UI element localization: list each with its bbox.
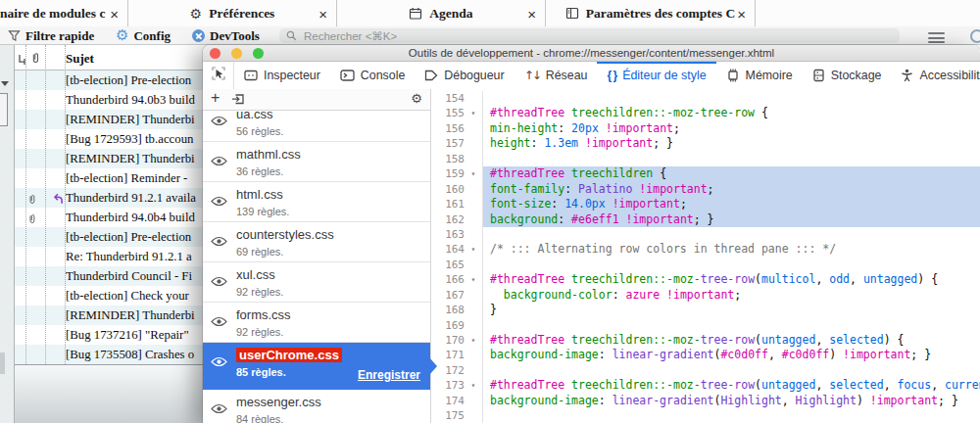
message-row[interactable]: [Bug 1735508] Crashes o [15, 345, 203, 364]
fold-arrow-icon[interactable] [465, 91, 483, 106]
fold-arrow-icon[interactable] [465, 227, 483, 242]
quick-filter-button[interactable]: Filtre rapide [8, 26, 94, 45]
line-number[interactable]: 175 [431, 408, 465, 423]
search-input[interactable] [302, 29, 893, 43]
line-number[interactable]: 162 [431, 212, 465, 227]
stylesheet-item[interactable]: counterstyles.css 69 règles. [203, 222, 430, 262]
fold-arrow-icon[interactable]: ▾ [465, 106, 483, 120]
fold-arrow-icon[interactable] [465, 408, 483, 423]
visibility-eye-icon[interactable] [211, 193, 227, 211]
line-number[interactable]: 163 [431, 227, 465, 242]
fold-arrow-icon[interactable] [465, 212, 483, 227]
line-number[interactable]: 166 [431, 272, 465, 287]
close-window-button[interactable] [210, 48, 220, 59]
stylesheet-item[interactable]: userChrome.css 85 règles. Enregistrer [203, 343, 430, 390]
fold-arrow-icon[interactable] [465, 152, 483, 166]
stylesheet-item[interactable]: forms.css 92 règles. [203, 303, 430, 343]
devtools-tab-accessibilit-[interactable]: Accessibilité [891, 62, 980, 89]
devtools-titlebar[interactable]: Outils de développement - chrome://messe… [203, 45, 980, 62]
visibility-eye-icon[interactable] [211, 400, 227, 418]
line-number[interactable]: 156 [431, 121, 465, 136]
devtools-tab-console[interactable]: Console [330, 62, 415, 89]
fold-arrow-icon[interactable] [465, 258, 483, 272]
message-row[interactable]: [Bug 1737216] "Repair" [15, 325, 203, 345]
options-gear-icon[interactable]: ⚙ [411, 91, 422, 106]
minimize-window-button[interactable] [231, 48, 242, 59]
message-row[interactable]: Thunderbird Council - Fi [15, 266, 203, 286]
devtools-tab--diteur-de-style[interactable]: { } Éditeur de style [597, 62, 715, 89]
fold-arrow-icon[interactable] [465, 303, 483, 317]
fold-arrow-icon[interactable]: ▾ [465, 166, 483, 181]
line-number[interactable]: 174 [431, 394, 465, 408]
subject-column-header[interactable]: Sujet [66, 51, 94, 67]
close-icon[interactable]: × [737, 6, 746, 21]
fold-arrow-icon[interactable] [465, 182, 483, 197]
fold-arrow-icon[interactable] [465, 197, 483, 212]
message-row[interactable]: Thunderbird 94.0b3 build [15, 90, 203, 110]
line-number[interactable]: 160 [431, 182, 465, 197]
window-tab[interactable]: Paramètres des comptes C × [546, 0, 756, 26]
line-number[interactable]: 168 [431, 303, 465, 317]
sync-icon[interactable] [970, 29, 980, 43]
fold-arrow-icon[interactable] [465, 136, 483, 151]
window-tab[interactable]: ⚙ Préférences × [128, 0, 337, 26]
line-number[interactable]: 169 [431, 318, 465, 333]
window-tab[interactable]: Agenda × [337, 0, 546, 26]
menu-icon[interactable] [928, 32, 945, 46]
line-number[interactable]: 164 [431, 242, 465, 257]
fold-arrow-icon[interactable]: ▾ [465, 242, 483, 257]
visibility-eye-icon[interactable] [211, 233, 227, 251]
visibility-eye-icon[interactable] [211, 113, 227, 130]
line-number[interactable]: 155 [431, 106, 465, 120]
pick-element-button[interactable] [203, 62, 234, 89]
devtools-tab-r-seau[interactable]: ↑↓ Réseau [514, 62, 598, 89]
stylesheet-item[interactable]: mathml.css 36 règles. [203, 142, 430, 182]
thread-column-icon[interactable] [17, 52, 27, 70]
visibility-eye-icon[interactable] [211, 313, 227, 331]
stylesheet-item[interactable]: html.css 139 règles. [203, 182, 430, 222]
config-button[interactable]: ⚙ Config [116, 26, 171, 45]
devtools-tab-d-bogueur[interactable]: Débogueur [415, 62, 514, 89]
search-box[interactable] [279, 28, 900, 43]
fold-arrow-icon[interactable] [465, 394, 483, 408]
close-icon[interactable]: × [527, 6, 536, 21]
message-row[interactable]: [tb-election] Reminder - [15, 168, 203, 188]
message-row[interactable]: Thunderbird 91.2.1 availa [15, 188, 203, 208]
message-row[interactable]: [tb-election] Pre-election [15, 227, 203, 247]
visibility-eye-icon[interactable] [211, 353, 227, 371]
stylesheet-item[interactable]: messenger.css 84 règles. [203, 390, 430, 423]
message-row[interactable]: [tb-election] Pre-election [15, 70, 203, 90]
devtools-button[interactable]: DevTools [192, 26, 260, 45]
zoom-window-button[interactable] [253, 48, 264, 59]
message-row[interactable]: [REMINDER] Thunderbi [15, 110, 203, 129]
css-source-editor[interactable]: 154 155 ▾ #threadTree treechildren::-moz… [431, 89, 980, 423]
devtools-tab-m-moire[interactable]: Mémoire [716, 62, 803, 89]
line-number[interactable]: 154 [431, 91, 465, 106]
fold-arrow-icon[interactable]: ▾ [465, 333, 483, 348]
add-stylesheet-icon[interactable]: + [211, 89, 220, 107]
line-number[interactable]: 161 [431, 197, 465, 212]
fold-arrow-icon[interactable] [465, 288, 483, 303]
stylesheet-item[interactable]: xul.css 92 règles. [203, 262, 430, 303]
devtools-tab-inspecteur[interactable]: Inspecteur [234, 62, 330, 89]
message-row[interactable]: [tb-election] Check your [15, 286, 203, 306]
message-row[interactable]: [Bug 1729593] tb.accoun [15, 129, 203, 149]
line-number[interactable]: 170 [431, 333, 465, 348]
fold-arrow-icon[interactable]: ▾ [465, 378, 483, 393]
save-button[interactable]: Enregistrer [358, 368, 420, 382]
attachment-column-icon[interactable] [30, 51, 41, 69]
import-stylesheet-icon[interactable] [231, 92, 245, 110]
fold-arrow-icon[interactable] [465, 348, 483, 362]
line-number[interactable]: 158 [431, 152, 465, 166]
devtools-tab-stockage[interactable]: Stockage [803, 62, 892, 89]
line-number[interactable]: 167 [431, 288, 465, 303]
line-number[interactable]: 159 [431, 166, 465, 181]
close-icon[interactable]: × [110, 6, 119, 21]
window-tab[interactable]: naire de modules c × [0, 0, 128, 26]
fold-arrow-icon[interactable] [465, 318, 483, 333]
thread-list-header[interactable]: Sujet [15, 45, 203, 70]
message-row[interactable]: [REMINDER] Thunderbi [15, 306, 203, 325]
visibility-eye-icon[interactable] [211, 153, 227, 170]
message-row[interactable]: Re: Thunderbird 91.2.1 a [15, 247, 203, 266]
fold-arrow-icon[interactable]: ▾ [465, 272, 483, 287]
